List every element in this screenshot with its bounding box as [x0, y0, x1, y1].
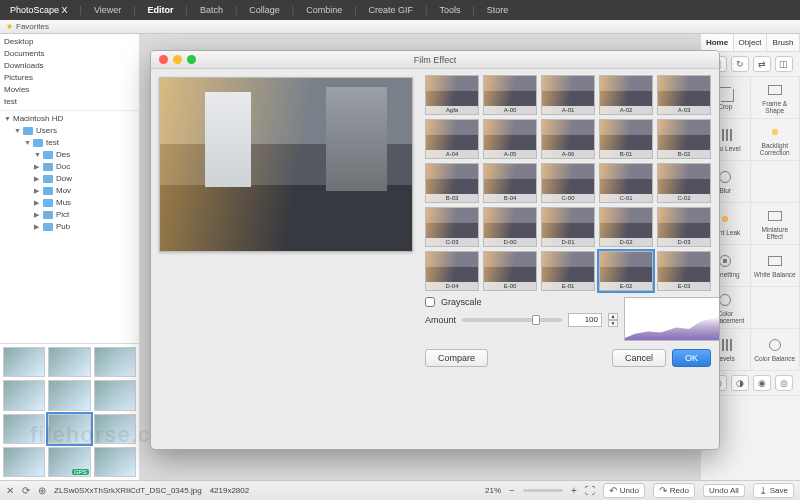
- effect-thumb[interactable]: A-04: [425, 119, 479, 159]
- quick-desktop[interactable]: Desktop: [4, 36, 135, 48]
- tab-viewer[interactable]: Viewer: [94, 5, 121, 15]
- thumbnail[interactable]: [94, 447, 136, 477]
- effect-thumb[interactable]: C-03: [425, 207, 479, 247]
- effect-thumb[interactable]: A-06: [541, 119, 595, 159]
- grayscale-checkbox[interactable]: Grayscale: [425, 297, 618, 307]
- flip-icon[interactable]: ⇄: [753, 56, 771, 72]
- effect-thumb[interactable]: B-01: [599, 119, 653, 159]
- quick-documents[interactable]: Documents: [4, 48, 135, 60]
- tab-collage[interactable]: Collage: [249, 5, 280, 15]
- zoom-in-icon[interactable]: +: [571, 485, 577, 496]
- thumbnail[interactable]: [3, 380, 45, 410]
- close-icon[interactable]: ✕: [6, 485, 14, 496]
- effect-thumb[interactable]: D-04: [425, 251, 479, 291]
- quick-downloads[interactable]: Downloads: [4, 60, 135, 72]
- effect-thumb[interactable]: E-00: [483, 251, 537, 291]
- tab-tools[interactable]: Tools: [439, 5, 460, 15]
- effect-thumb[interactable]: E-01: [541, 251, 595, 291]
- thumbnail[interactable]: [3, 447, 45, 477]
- tree-folder[interactable]: ▶Mus: [4, 197, 135, 209]
- cancel-button[interactable]: Cancel: [612, 349, 666, 367]
- tree-users[interactable]: ▼Users: [4, 125, 135, 137]
- tooltab-home[interactable]: Home: [701, 34, 734, 51]
- tree-folder[interactable]: ▶Dow: [4, 173, 135, 185]
- tree-root[interactable]: ▼Macintosh HD: [4, 113, 135, 125]
- tool-color-balance[interactable]: Color Balance: [751, 329, 801, 371]
- amount-value[interactable]: 100: [568, 313, 602, 327]
- tool-white-balance[interactable]: White Balance: [751, 245, 801, 287]
- thumbnail[interactable]: [94, 380, 136, 410]
- effect-thumb[interactable]: E-02: [599, 251, 653, 291]
- amount-stepper[interactable]: ▲▼: [608, 313, 618, 327]
- thumbnail[interactable]: [3, 414, 45, 444]
- thumbnail[interactable]: [48, 414, 90, 444]
- undo-all-button[interactable]: Undo All: [703, 484, 745, 497]
- grayscale-input[interactable]: [425, 297, 435, 307]
- refresh-icon[interactable]: ⟳: [22, 485, 30, 496]
- ok-button[interactable]: OK: [672, 349, 711, 367]
- tool-backlight[interactable]: Backlight Correction: [751, 119, 801, 161]
- tree-folder[interactable]: ▶Mov: [4, 185, 135, 197]
- effect-thumb[interactable]: D-00: [483, 207, 537, 247]
- thumbnail[interactable]: [48, 380, 90, 410]
- rotate-icon[interactable]: ↻: [731, 56, 749, 72]
- effect-thumb[interactable]: B-03: [425, 163, 479, 203]
- zoom-out-icon[interactable]: −: [509, 485, 515, 496]
- tab-create-gif[interactable]: Create GIF: [369, 5, 414, 15]
- tab-combine[interactable]: Combine: [306, 5, 342, 15]
- close-window-icon[interactable]: [159, 55, 168, 64]
- globe-icon[interactable]: ⊕: [38, 485, 46, 496]
- effect-icon[interactable]: ◎: [775, 375, 793, 391]
- effect-thumb[interactable]: Agfa: [425, 75, 479, 115]
- redo-button[interactable]: ↷Redo: [653, 483, 695, 498]
- thumbnail[interactable]: [94, 347, 136, 377]
- effect-thumb[interactable]: B-04: [483, 163, 537, 203]
- tree-folder[interactable]: ▼Des: [4, 149, 135, 161]
- zoom-window-icon[interactable]: [187, 55, 196, 64]
- thumbnail[interactable]: [3, 347, 45, 377]
- thumbnail[interactable]: [48, 347, 90, 377]
- straighten-icon[interactable]: ◫: [775, 56, 793, 72]
- effect-icon[interactable]: ◑: [731, 375, 749, 391]
- effect-label: B-03: [426, 194, 478, 202]
- minimize-window-icon[interactable]: [173, 55, 182, 64]
- amount-slider[interactable]: [462, 318, 562, 322]
- effect-thumb[interactable]: A-01: [541, 75, 595, 115]
- tree-folder[interactable]: ▶Doc: [4, 161, 135, 173]
- tooltab-brush[interactable]: Brush: [767, 34, 800, 51]
- quick-test[interactable]: test: [4, 96, 135, 108]
- thumbnail[interactable]: GPS: [48, 447, 90, 477]
- undo-button[interactable]: ↶Undo: [603, 483, 645, 498]
- zoom-slider[interactable]: [523, 489, 563, 492]
- effect-thumb[interactable]: C-00: [541, 163, 595, 203]
- tab-store[interactable]: Store: [487, 5, 509, 15]
- effect-thumb[interactable]: C-01: [599, 163, 653, 203]
- tool-empty: [751, 287, 801, 329]
- tree-folder[interactable]: ▶Pub: [4, 221, 135, 233]
- effect-thumb[interactable]: C-02: [657, 163, 711, 203]
- effect-thumb[interactable]: A-05: [483, 119, 537, 159]
- tab-batch[interactable]: Batch: [200, 5, 223, 15]
- tool-miniature[interactable]: Miniature Effect: [751, 203, 801, 245]
- tree-folder[interactable]: ▶Pict: [4, 209, 135, 221]
- effect-thumb[interactable]: B-02: [657, 119, 711, 159]
- fit-icon[interactable]: ⛶: [585, 485, 595, 496]
- effect-thumb[interactable]: A-02: [599, 75, 653, 115]
- tree-user[interactable]: ▼test: [4, 137, 135, 149]
- tooltab-object[interactable]: Object: [734, 34, 767, 51]
- compare-button[interactable]: Compare: [425, 349, 488, 367]
- effect-thumb[interactable]: D-01: [541, 207, 595, 247]
- tab-editor[interactable]: Editor: [148, 5, 174, 15]
- quick-movies[interactable]: Movies: [4, 84, 135, 96]
- save-button[interactable]: ⤓Save: [753, 483, 794, 498]
- tool-frame-shape[interactable]: Frame & Shape: [751, 77, 801, 119]
- quick-pictures[interactable]: Pictures: [4, 72, 135, 84]
- thumbnail[interactable]: [94, 414, 136, 444]
- effect-icon[interactable]: ◉: [753, 375, 771, 391]
- effect-thumb[interactable]: A-00: [483, 75, 537, 115]
- dialog-titlebar[interactable]: Film Effect: [151, 51, 719, 69]
- effect-thumb[interactable]: A-03: [657, 75, 711, 115]
- effect-thumb[interactable]: D-02: [599, 207, 653, 247]
- effect-thumb[interactable]: D-03: [657, 207, 711, 247]
- effect-thumb[interactable]: E-03: [657, 251, 711, 291]
